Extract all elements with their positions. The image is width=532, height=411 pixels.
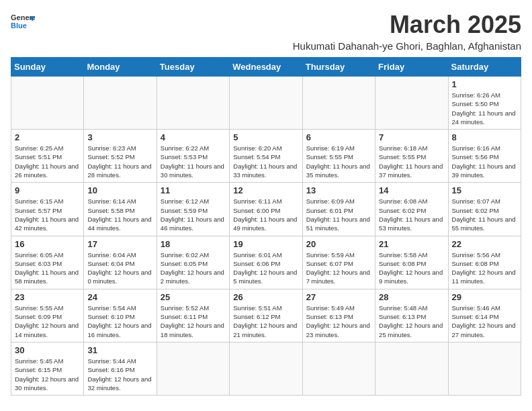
day-number: 29 [452, 292, 517, 302]
calendar-cell: 20Sunrise: 5:59 AM Sunset: 6:07 PM Dayli… [302, 236, 375, 289]
day-number: 31 [87, 345, 152, 355]
day-info: Sunrise: 6:18 AM Sunset: 5:55 PM Dayligh… [379, 144, 444, 179]
day-info: Sunrise: 6:19 AM Sunset: 5:55 PM Dayligh… [306, 144, 371, 179]
calendar-cell: 17Sunrise: 6:04 AM Sunset: 6:04 PM Dayli… [84, 236, 157, 289]
calendar-week-4: 16Sunrise: 6:05 AM Sunset: 6:03 PM Dayli… [11, 236, 521, 289]
calendar-cell: 29Sunrise: 5:46 AM Sunset: 6:14 PM Dayli… [448, 289, 521, 342]
weekday-header-friday: Friday [375, 58, 448, 77]
calendar-cell [157, 342, 229, 395]
calendar-cell: 13Sunrise: 6:09 AM Sunset: 6:01 PM Dayli… [302, 183, 375, 236]
weekday-header-tuesday: Tuesday [157, 58, 229, 77]
weekday-header-row: SundayMondayTuesdayWednesdayThursdayFrid… [11, 58, 521, 77]
calendar-cell: 23Sunrise: 5:55 AM Sunset: 6:09 PM Dayli… [11, 289, 84, 342]
day-info: Sunrise: 6:14 AM Sunset: 5:58 PM Dayligh… [87, 197, 152, 232]
calendar-cell: 1Sunrise: 6:26 AM Sunset: 5:50 PM Daylig… [448, 77, 521, 130]
day-info: Sunrise: 5:45 AM Sunset: 6:15 PM Dayligh… [15, 357, 80, 392]
calendar-cell [302, 342, 375, 395]
calendar-cell: 16Sunrise: 6:05 AM Sunset: 6:03 PM Dayli… [11, 236, 84, 289]
day-info: Sunrise: 6:01 AM Sunset: 6:06 PM Dayligh… [233, 250, 298, 286]
calendar-cell: 6Sunrise: 6:19 AM Sunset: 5:55 PM Daylig… [302, 130, 375, 183]
calendar-cell [84, 77, 157, 130]
day-number: 28 [379, 292, 444, 302]
weekday-header-sunday: Sunday [11, 58, 84, 77]
calendar-cell: 18Sunrise: 6:02 AM Sunset: 6:05 PM Dayli… [157, 236, 229, 289]
day-info: Sunrise: 5:52 AM Sunset: 6:11 PM Dayligh… [161, 304, 226, 339]
calendar-week-3: 9Sunrise: 6:15 AM Sunset: 5:57 PM Daylig… [11, 183, 521, 236]
day-info: Sunrise: 5:58 AM Sunset: 6:08 PM Dayligh… [379, 250, 444, 286]
calendar-cell: 7Sunrise: 6:18 AM Sunset: 5:55 PM Daylig… [375, 130, 448, 183]
day-number: 24 [87, 292, 152, 302]
day-number: 2 [15, 132, 80, 142]
calendar-cell: 27Sunrise: 5:49 AM Sunset: 6:13 PM Dayli… [302, 289, 375, 342]
calendar-cell: 19Sunrise: 6:01 AM Sunset: 6:06 PM Dayli… [230, 236, 302, 289]
weekday-header-monday: Monday [84, 58, 157, 77]
day-info: Sunrise: 6:08 AM Sunset: 6:02 PM Dayligh… [379, 197, 444, 232]
day-number: 27 [306, 292, 371, 302]
weekday-header-saturday: Saturday [448, 58, 521, 77]
day-info: Sunrise: 5:56 AM Sunset: 6:08 PM Dayligh… [452, 250, 517, 286]
calendar-cell: 4Sunrise: 6:22 AM Sunset: 5:53 PM Daylig… [157, 130, 229, 183]
calendar-cell: 26Sunrise: 5:51 AM Sunset: 6:12 PM Dayli… [230, 289, 302, 342]
day-number: 4 [161, 132, 226, 142]
logo-icon: General Blue [11, 11, 35, 35]
day-number: 15 [452, 185, 517, 195]
day-info: Sunrise: 6:25 AM Sunset: 5:51 PM Dayligh… [15, 144, 80, 179]
calendar-cell: 14Sunrise: 6:08 AM Sunset: 6:02 PM Dayli… [375, 183, 448, 236]
calendar-table: SundayMondayTuesdayWednesdayThursdayFrid… [11, 57, 521, 396]
calendar-cell [375, 77, 448, 130]
day-info: Sunrise: 5:44 AM Sunset: 6:16 PM Dayligh… [87, 357, 152, 392]
day-number: 8 [452, 132, 517, 142]
calendar-cell: 3Sunrise: 6:23 AM Sunset: 5:52 PM Daylig… [84, 130, 157, 183]
calendar-cell: 24Sunrise: 5:54 AM Sunset: 6:10 PM Dayli… [84, 289, 157, 342]
location-subtitle: Hukumati Dahanah-ye Ghori, Baghlan, Afgh… [293, 40, 521, 52]
day-number: 26 [233, 292, 298, 302]
day-info: Sunrise: 5:54 AM Sunset: 6:10 PM Dayligh… [87, 304, 152, 339]
day-info: Sunrise: 6:16 AM Sunset: 5:56 PM Dayligh… [452, 144, 517, 179]
weekday-header-wednesday: Wednesday [230, 58, 302, 77]
day-number: 22 [452, 239, 517, 249]
calendar-cell: 31Sunrise: 5:44 AM Sunset: 6:16 PM Dayli… [84, 342, 157, 395]
day-number: 30 [15, 345, 80, 355]
day-number: 10 [87, 185, 152, 195]
calendar-cell [11, 77, 84, 130]
day-number: 3 [87, 132, 152, 142]
day-info: Sunrise: 6:20 AM Sunset: 5:54 PM Dayligh… [233, 144, 298, 179]
calendar-week-6: 30Sunrise: 5:45 AM Sunset: 6:15 PM Dayli… [11, 342, 521, 395]
calendar-cell: 10Sunrise: 6:14 AM Sunset: 5:58 PM Dayli… [84, 183, 157, 236]
day-number: 11 [161, 185, 226, 195]
day-number: 6 [306, 132, 371, 142]
calendar-cell: 5Sunrise: 6:20 AM Sunset: 5:54 PM Daylig… [230, 130, 302, 183]
calendar-cell: 12Sunrise: 6:11 AM Sunset: 6:00 PM Dayli… [230, 183, 302, 236]
day-info: Sunrise: 5:51 AM Sunset: 6:12 PM Dayligh… [233, 304, 298, 339]
day-info: Sunrise: 5:55 AM Sunset: 6:09 PM Dayligh… [15, 304, 80, 339]
day-number: 25 [161, 292, 226, 302]
calendar-cell [157, 77, 229, 130]
day-number: 16 [15, 239, 80, 249]
calendar-week-2: 2Sunrise: 6:25 AM Sunset: 5:51 PM Daylig… [11, 130, 521, 183]
day-info: Sunrise: 6:09 AM Sunset: 6:01 PM Dayligh… [306, 197, 371, 232]
day-info: Sunrise: 5:48 AM Sunset: 6:13 PM Dayligh… [379, 304, 444, 339]
day-number: 20 [306, 239, 371, 249]
day-number: 19 [233, 239, 298, 249]
day-info: Sunrise: 6:07 AM Sunset: 6:02 PM Dayligh… [452, 197, 517, 232]
weekday-header-thursday: Thursday [302, 58, 375, 77]
day-info: Sunrise: 6:23 AM Sunset: 5:52 PM Dayligh… [87, 144, 152, 179]
day-info: Sunrise: 5:49 AM Sunset: 6:13 PM Dayligh… [306, 304, 371, 339]
calendar-cell: 28Sunrise: 5:48 AM Sunset: 6:13 PM Dayli… [375, 289, 448, 342]
day-info: Sunrise: 6:04 AM Sunset: 6:04 PM Dayligh… [87, 250, 152, 286]
day-number: 5 [233, 132, 298, 142]
calendar-cell: 9Sunrise: 6:15 AM Sunset: 5:57 PM Daylig… [11, 183, 84, 236]
logo: General Blue [11, 11, 35, 35]
calendar-cell [302, 77, 375, 130]
day-number: 1 [452, 79, 517, 89]
calendar-cell: 2Sunrise: 6:25 AM Sunset: 5:51 PM Daylig… [11, 130, 84, 183]
calendar-cell: 25Sunrise: 5:52 AM Sunset: 6:11 PM Dayli… [157, 289, 229, 342]
day-info: Sunrise: 6:02 AM Sunset: 6:05 PM Dayligh… [161, 250, 226, 286]
day-number: 17 [87, 239, 152, 249]
day-number: 21 [379, 239, 444, 249]
calendar-cell: 8Sunrise: 6:16 AM Sunset: 5:56 PM Daylig… [448, 130, 521, 183]
day-number: 14 [379, 185, 444, 195]
day-info: Sunrise: 6:22 AM Sunset: 5:53 PM Dayligh… [161, 144, 226, 179]
day-info: Sunrise: 6:11 AM Sunset: 6:00 PM Dayligh… [233, 197, 298, 232]
day-number: 13 [306, 185, 371, 195]
